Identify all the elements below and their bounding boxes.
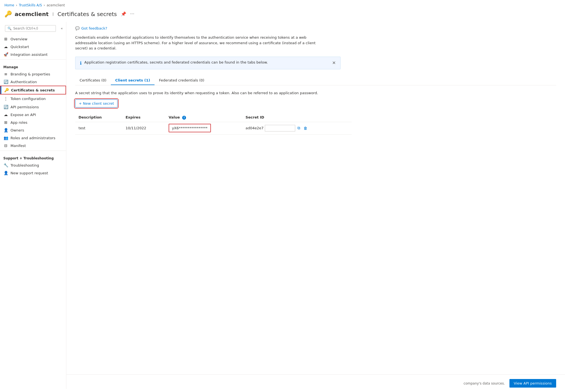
main-content: 💬 Got feedback? Credentials enable confi… bbox=[66, 22, 565, 389]
troubleshooting-icon: 🔧 bbox=[3, 163, 8, 167]
sidebar-item-label: Authentication bbox=[11, 80, 37, 84]
search-input[interactable] bbox=[13, 27, 53, 30]
sidebar-item-troubleshooting[interactable]: 🔧 Troubleshooting bbox=[0, 161, 66, 169]
token-config-icon: ⋮ bbox=[3, 96, 8, 101]
sidebar-item-label: Troubleshooting bbox=[11, 163, 39, 167]
breadcrumb-home[interactable]: Home bbox=[4, 3, 14, 7]
bottom-panel: company's data sources. View API permiss… bbox=[66, 374, 565, 389]
app-roles-icon: ⊞ bbox=[3, 120, 8, 125]
collapse-button[interactable]: « bbox=[60, 25, 64, 31]
quickstart-icon: ☁ bbox=[3, 44, 8, 49]
sidebar-item-label: Certificates & secrets bbox=[11, 88, 55, 92]
cell-expires: 10/11/2022 bbox=[122, 122, 165, 134]
tabs: Certificates (0) Client secrets (1) Fede… bbox=[75, 76, 556, 85]
certificates-icon: 🔑 bbox=[4, 88, 9, 92]
cell-secret-id: ad04e2e7 ⧉ 🗑 bbox=[242, 122, 352, 134]
secret-id-input[interactable] bbox=[265, 125, 295, 131]
sidebar-item-authentication[interactable]: 🔄 Authentication bbox=[0, 78, 66, 86]
secrets-table: Description Expires Value i Secret ID te… bbox=[75, 113, 352, 135]
ellipsis-icon[interactable]: ··· bbox=[130, 11, 134, 17]
support-section-label: Support + Troubleshooting bbox=[0, 152, 66, 161]
app-name: acemclient bbox=[15, 11, 49, 17]
cell-description: test bbox=[75, 122, 122, 134]
sidebar-item-integration[interactable]: 🚀 Integration assistant bbox=[0, 51, 66, 58]
tab-certificates[interactable]: Certificates (0) bbox=[75, 76, 111, 85]
value-display: yX6**************** bbox=[169, 124, 211, 132]
new-client-secret-button[interactable]: + New client secret bbox=[75, 99, 117, 107]
manage-section-label: Manage bbox=[0, 61, 66, 70]
col-secret-id: Secret ID bbox=[242, 113, 352, 122]
expose-api-icon: ☁ bbox=[3, 112, 8, 117]
sidebar-item-label: New support request bbox=[11, 171, 48, 175]
description-text: Credentials enable confidential applicat… bbox=[75, 35, 324, 51]
sidebar-item-branding[interactable]: ≡ Branding & properties bbox=[0, 70, 66, 78]
tab-federated[interactable]: Federated credentials (0) bbox=[155, 76, 209, 85]
delete-button[interactable]: 🗑 bbox=[302, 125, 308, 131]
sidebar: 🔍 « ⊞ Overview ☁ Quickstart 🚀 Integratio… bbox=[0, 22, 66, 389]
key-icon: 🔑 bbox=[4, 10, 12, 17]
sidebar-item-label: Roles and administrators bbox=[11, 136, 55, 140]
view-api-permissions-button[interactable]: View API permissions bbox=[509, 379, 556, 388]
close-banner-button[interactable]: ✕ bbox=[332, 60, 336, 65]
api-permissions-icon: 🔄 bbox=[3, 105, 8, 109]
feedback-icon: 💬 bbox=[75, 26, 80, 30]
owners-icon: 👤 bbox=[3, 128, 8, 132]
bottom-text: company's data sources. bbox=[464, 382, 505, 385]
breadcrumb: Home › TrustSkills A/S › acemclient bbox=[0, 0, 565, 9]
integration-icon: 🚀 bbox=[3, 52, 8, 57]
sidebar-item-label: Overview bbox=[11, 37, 27, 41]
breadcrumb-app: acemclient bbox=[47, 3, 65, 7]
authentication-icon: 🔄 bbox=[3, 80, 8, 84]
sidebar-item-label: Branding & properties bbox=[11, 72, 50, 76]
info-banner-text: Application registration certificates, s… bbox=[84, 60, 268, 64]
col-value: Value i bbox=[165, 113, 242, 122]
sidebar-item-token-config[interactable]: ⋮ Token configuration bbox=[0, 94, 66, 103]
feedback-text: Got feedback? bbox=[81, 26, 107, 30]
sidebar-item-label: Manifest bbox=[11, 144, 26, 148]
sidebar-item-overview[interactable]: ⊞ Overview bbox=[0, 35, 66, 43]
secret-id-prefix: ad04e2e7 bbox=[245, 126, 263, 130]
info-icon: ℹ bbox=[80, 60, 82, 66]
page-title: Certificates & secrets bbox=[57, 11, 117, 17]
sidebar-item-app-roles[interactable]: ⊞ App roles bbox=[0, 119, 66, 126]
tab-client-secrets[interactable]: Client secrets (1) bbox=[111, 76, 155, 85]
value-info-icon: i bbox=[182, 116, 186, 120]
col-expires: Expires bbox=[122, 113, 165, 122]
sidebar-item-label: Token configuration bbox=[11, 97, 46, 101]
sidebar-item-quickstart[interactable]: ☁ Quickstart bbox=[0, 43, 66, 51]
overview-icon: ⊞ bbox=[3, 37, 8, 41]
feedback-bar[interactable]: 💬 Got feedback? bbox=[75, 26, 556, 30]
sidebar-item-label: Quickstart bbox=[11, 45, 29, 49]
info-banner: ℹ Application registration certificates,… bbox=[75, 57, 341, 69]
copy-button[interactable]: ⧉ bbox=[296, 125, 301, 131]
sidebar-item-manifest[interactable]: ⊟ Manifest bbox=[0, 142, 66, 149]
cell-value: yX6**************** bbox=[165, 122, 242, 134]
sidebar-item-certificates[interactable]: 🔑 Certificates & secrets bbox=[0, 86, 66, 94]
sidebar-item-new-support[interactable]: 👤 New support request bbox=[0, 169, 66, 177]
new-support-icon: 👤 bbox=[3, 171, 8, 175]
branding-icon: ≡ bbox=[3, 72, 8, 76]
sidebar-item-label: Expose an API bbox=[11, 113, 36, 117]
roles-admins-icon: 👥 bbox=[3, 136, 8, 140]
sidebar-item-api-permissions[interactable]: 🔄 API permissions bbox=[0, 103, 66, 111]
sidebar-item-label: Integration assistant bbox=[11, 52, 48, 57]
search-icon: 🔍 bbox=[7, 27, 12, 30]
col-description: Description bbox=[75, 113, 122, 122]
page-title-bar: 🔑 acemclient | Certificates & secrets 📌 … bbox=[0, 9, 565, 22]
sidebar-item-label: App roles bbox=[11, 120, 27, 125]
manifest-icon: ⊟ bbox=[3, 143, 8, 148]
sidebar-item-roles-admins[interactable]: 👥 Roles and administrators bbox=[0, 134, 66, 142]
pin-icon[interactable]: 📌 bbox=[121, 11, 126, 17]
sidebar-item-owners[interactable]: 👤 Owners bbox=[0, 126, 66, 134]
table-row: test 10/11/2022 yX6**************** ad04… bbox=[75, 122, 352, 134]
sidebar-item-label: API permissions bbox=[11, 105, 39, 109]
sidebar-item-label: Owners bbox=[11, 128, 24, 132]
breadcrumb-org[interactable]: TrustSkills A/S bbox=[19, 3, 42, 7]
secret-description: A secret string that the application use… bbox=[75, 91, 324, 95]
sidebar-item-expose-api[interactable]: ☁ Expose an API bbox=[0, 111, 66, 119]
